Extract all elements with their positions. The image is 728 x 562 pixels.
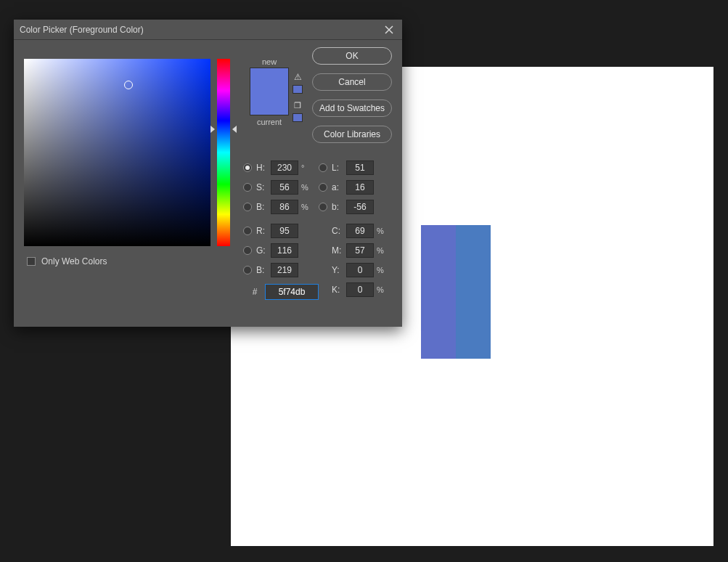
canvas-swatch-right xyxy=(456,225,491,359)
hue-indicator-left-icon xyxy=(210,126,215,133)
gamut-swatch[interactable] xyxy=(293,85,303,94)
a-input[interactable] xyxy=(346,180,374,195)
b-rgb-radio[interactable] xyxy=(243,266,252,274)
dialog-titlebar[interactable]: Color Picker (Foreground Color) xyxy=(14,20,402,40)
h-unit: ° xyxy=(301,163,313,172)
web-colors-checkbox[interactable] xyxy=(27,257,36,266)
r-input[interactable] xyxy=(271,224,298,238)
close-icon xyxy=(385,25,393,34)
m-input[interactable] xyxy=(346,243,374,258)
y-label: Y: xyxy=(332,265,343,275)
web-colors-label: Only Web Colors xyxy=(41,256,107,266)
saturation-brightness-field[interactable] xyxy=(24,59,210,246)
s-input[interactable] xyxy=(271,180,298,195)
b-lab-input[interactable] xyxy=(346,200,374,214)
k-unit: % xyxy=(377,285,388,294)
c-unit: % xyxy=(377,227,388,235)
h-radio[interactable] xyxy=(243,163,252,172)
cube-icon[interactable]: ❒ xyxy=(291,101,304,110)
l-input[interactable] xyxy=(346,160,374,175)
b-hsb-label: B: xyxy=(256,202,268,212)
color-libraries-button[interactable]: Color Libraries xyxy=(312,126,392,143)
hue-slider[interactable] xyxy=(217,59,230,246)
current-label: current xyxy=(243,118,295,126)
k-input[interactable] xyxy=(346,282,374,297)
canvas-swatch-left xyxy=(421,225,456,359)
m-label: M: xyxy=(332,245,343,256)
new-color-swatch[interactable] xyxy=(250,68,289,115)
h-label: H: xyxy=(256,163,268,173)
g-label: G: xyxy=(256,245,268,256)
g-radio[interactable] xyxy=(243,246,252,255)
close-button[interactable] xyxy=(382,23,396,37)
h-input[interactable] xyxy=(271,160,298,175)
color-picker-dialog: Color Picker (Foreground Color) new curr… xyxy=(14,20,402,327)
g-input[interactable] xyxy=(271,243,298,258)
b-hsb-input[interactable] xyxy=(271,200,298,214)
a-label: a: xyxy=(332,182,343,192)
s-radio[interactable] xyxy=(243,183,252,192)
hex-prefix: # xyxy=(253,287,261,297)
ok-button[interactable]: OK xyxy=(312,47,392,65)
l-label: L: xyxy=(332,163,343,173)
s-label: S: xyxy=(256,182,268,192)
color-preview: new current xyxy=(243,57,295,126)
hue-indicator-right-icon xyxy=(232,126,237,133)
websafe-swatch[interactable] xyxy=(293,113,303,122)
r-label: R: xyxy=(256,226,268,236)
y-unit: % xyxy=(377,266,388,274)
sb-cursor-icon xyxy=(124,81,133,89)
hex-input[interactable] xyxy=(265,284,319,300)
new-label: new xyxy=(243,57,295,66)
a-radio[interactable] xyxy=(319,183,327,192)
r-radio xyxy=(243,227,252,235)
l-radio[interactable] xyxy=(319,163,327,172)
b-hsb-unit: % xyxy=(301,203,313,211)
b-lab-label: b: xyxy=(332,202,343,212)
b-rgb-input[interactable] xyxy=(271,263,298,277)
c-input[interactable] xyxy=(346,224,374,238)
y-input[interactable] xyxy=(346,263,374,277)
b-rgb-label: B: xyxy=(256,265,268,275)
c-label: C: xyxy=(332,226,343,236)
m-unit: % xyxy=(377,246,388,255)
dialog-title: Color Picker (Foreground Color) xyxy=(20,25,382,35)
s-unit: % xyxy=(301,183,313,192)
gamut-warning-icon[interactable]: ⚠ xyxy=(291,72,304,82)
b-lab-radio[interactable] xyxy=(319,203,327,211)
add-to-swatches-button[interactable]: Add to Swatches xyxy=(312,99,392,117)
k-label: K: xyxy=(332,285,343,295)
cancel-button[interactable]: Cancel xyxy=(312,73,392,91)
b-hsb-radio[interactable] xyxy=(243,203,252,211)
